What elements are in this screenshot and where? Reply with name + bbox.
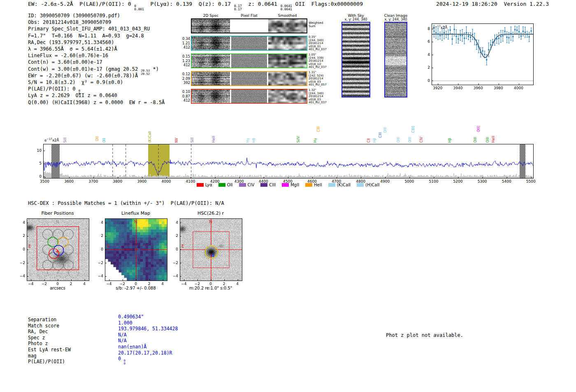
spec2d-col-title-2dspec: 2D Spec — [191, 14, 231, 18]
spectral-line-label: OII] — [476, 126, 481, 132]
spectral-line-label: CIII — [378, 132, 382, 138]
spec2d-col-title-pixelflat: Pixel Flat — [231, 14, 267, 18]
axis-tick-label: 2 — [93, 234, 103, 238]
withsky-cutout-canvas — [341, 22, 370, 97]
spec2d-row-label: 1.05" (244, 339) 20181214 v018_U2 401_RU… — [309, 53, 327, 69]
withsky-title: With Sky — [336, 14, 376, 18]
match-table-row: P(LAE)/P(OII)0 00 — [28, 359, 125, 368]
axis-tick-label: −2 — [167, 261, 178, 265]
match-table-row: mag20.17(20.17,20.18)R — [28, 353, 172, 359]
cleanimage-title: Clean Image — [376, 14, 416, 18]
match-table-label: Est LyA rest-EW — [28, 347, 118, 353]
stack-bottom: 0 — [124, 362, 125, 365]
axis-tick-label: 3600 — [61, 179, 77, 183]
phot-z-note: Phot z plot not available. — [386, 332, 463, 338]
axis-tick-label: 3960 — [470, 86, 486, 90]
text-run: Q(0.00) (H)CaII(3968) z = 0.0000 EW r = … — [28, 100, 165, 105]
spectral-line-label: SiII — [63, 137, 67, 143]
weighted-sum-label: Weighted Sum — [309, 21, 323, 28]
text-run: LyA z = 2.2629 OII z = 0.0640 — [28, 93, 117, 98]
axis-tick-label: 4000 — [158, 179, 174, 183]
axis-tick-label: 5200 — [450, 179, 466, 183]
legend-swatch — [282, 183, 289, 187]
text-run: Cont(w) = 3.00(±0.01)e-17 (gmag 20.52 — [28, 66, 141, 72]
axis-tick-label: 4 — [93, 220, 103, 225]
compass-north-label: N — [56, 220, 59, 224]
spectral-line-label: SiIV — [296, 136, 300, 143]
compass-east-label: E — [181, 244, 184, 248]
match-table-label: P(LAE)/P(OII) — [28, 359, 118, 364]
match-table-label: Match score — [28, 323, 118, 329]
axis-tick-label: 5100 — [425, 179, 442, 183]
axis-tick-label: 4500 — [279, 179, 296, 183]
legend-swatch — [260, 183, 267, 187]
axis-tick-label: −4 — [167, 274, 178, 278]
legend-swatch — [328, 183, 335, 187]
axis-tick-label: 2 — [167, 234, 178, 238]
compass-east-label: E — [28, 244, 31, 248]
spectral-line-label: (K)CaII — [148, 131, 152, 143]
stacked-value: 00.001 — [134, 5, 144, 12]
spectral-line-label: OIII — [408, 137, 412, 143]
axis-tick-label: 4900 — [377, 179, 393, 183]
match-table-value: N/A — [118, 332, 127, 338]
spectral-line-label: OIII — [396, 137, 400, 143]
text-run: λ = 3966.55Å σ = 5.64(±1.42)Å — [28, 46, 117, 52]
spectrum-units-annotation: e−17x2Å — [44, 137, 59, 142]
stack-bottom: 20.52 — [141, 72, 150, 76]
text-run: P(Lyα): 0.139 Q(z): 0.17 — [144, 1, 234, 7]
spectral-line-label: HeII — [211, 136, 216, 143]
spec2d-row-label: 1.32" (244, 340) 20181214 v018_03 401_RU… — [309, 89, 327, 104]
hsc-cutout-xlabel: m:20.2 re:1.0" s:0.5" — [176, 286, 246, 290]
cleanimage-coords: x, y: 244, 340 — [376, 18, 416, 21]
axis-tick-label: 5400 — [498, 179, 515, 183]
lineflux-map-canvas — [105, 218, 167, 281]
axis-tick-label: 4700 — [328, 179, 345, 183]
axis-tick-label: −2 — [93, 261, 103, 265]
spec2d-row-weights: 0.10 0.87 412 — [180, 90, 190, 103]
axis-tick-label: 10 — [31, 148, 42, 153]
info-line: ID: 3090050709 (3090050709.pdf) — [28, 13, 120, 19]
text-run: EWr = -2.20(±0.67) (w: -2.60(±0.78))Å — [28, 73, 138, 79]
spectral-line-label: SiII — [190, 137, 194, 143]
axis-tick-label: 4400 — [255, 179, 272, 183]
fiber-positions-xlabel: arcsecs — [23, 286, 93, 290]
info-line: EWr = -2.20(±0.67) (w: -2.60(±0.78))Å — [28, 73, 138, 79]
axis-tick-label: 3940 — [450, 86, 466, 90]
legend-swatch — [218, 183, 225, 187]
match-table-value: nan(±nan)Å — [118, 344, 146, 350]
match-table-label: RA, Dec — [28, 329, 118, 334]
axis-tick-label: 3700 — [85, 179, 102, 183]
axis-tick-label: 0 — [31, 174, 42, 179]
axis-tick-label: 5300 — [474, 179, 490, 183]
axis-tick-label: 0 — [419, 79, 430, 83]
axis-tick-label: 4000 — [511, 86, 527, 90]
legend-swatch — [357, 183, 364, 187]
spec2d-row-weights: 0.15 1.23 412 — [180, 54, 190, 67]
text-run: Obs: 20181214v018_3090050709 — [28, 19, 111, 25]
hsc-cutout-title: HSC(26.2) r — [180, 211, 242, 216]
spectral-line-label: Hβ — [372, 138, 376, 143]
match-table-row: Photo zN/A — [28, 341, 127, 346]
text-run: ID: 3090050709 (3090050709.pdf) — [28, 13, 120, 19]
spectral-line-label: Hβ — [448, 138, 452, 143]
info-line: RA,Dec (193.979797,51.334560) — [28, 39, 114, 45]
cleanimage-cutout-canvas — [384, 22, 407, 97]
match-table-row: Match score1.000 — [28, 323, 132, 329]
axis-tick-label: 3980 — [490, 86, 506, 90]
text-run: z: 0.0641 — [242, 1, 281, 7]
match-table-label: mag — [28, 353, 118, 359]
stack-bottom: 0.0641 — [281, 8, 292, 11]
inset-units-rest: x2Å — [441, 26, 447, 30]
axis-tick-label: −2 — [14, 261, 25, 265]
spectral-line-label: OIII — [485, 137, 490, 143]
text-run: OII Flags:0x00000009 — [292, 1, 363, 7]
match-table-value: 0.490634" — [118, 314, 144, 320]
info-line: Q(0.00) (H)CaII(3968) z = 0.0000 EW r = … — [28, 100, 165, 105]
withsky-coords: x, y: 244, 340 — [336, 18, 376, 21]
text-run: RA,Dec (193.979797,51.334560) — [28, 39, 114, 45]
legend-label: CIV — [248, 183, 255, 187]
axis-tick-label: −4 — [93, 274, 103, 278]
axis-tick-label: 4 — [76, 282, 93, 286]
info-line: λ = 3966.55Å σ = 5.64(±1.42)Å — [28, 46, 117, 52]
